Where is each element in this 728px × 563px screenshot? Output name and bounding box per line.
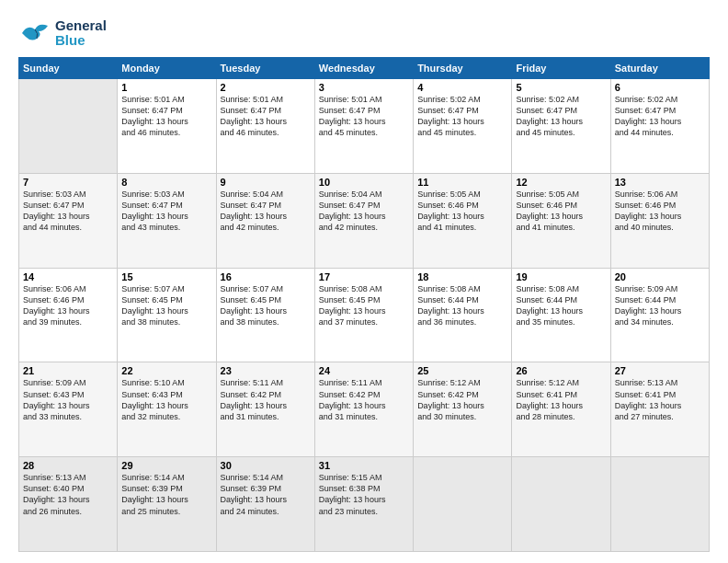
logo: General Blue: [18, 17, 107, 50]
day-cell: 12Sunrise: 5:05 AMSunset: 6:46 PMDayligh…: [512, 173, 610, 268]
day-number: 1: [121, 82, 211, 93]
day-number: 7: [23, 177, 113, 188]
day-number: 8: [121, 177, 211, 188]
day-cell: 5Sunrise: 5:02 AMSunset: 6:47 PMDaylight…: [512, 79, 610, 174]
day-number: 27: [615, 365, 705, 376]
day-cell: 1Sunrise: 5:01 AMSunset: 6:47 PMDaylight…: [118, 79, 216, 174]
page: General Blue SundayMondayTuesdayWednesda…: [0, 0, 728, 563]
day-cell: 24Sunrise: 5:11 AMSunset: 6:42 PMDayligh…: [314, 362, 413, 457]
day-info: Sunrise: 5:01 AMSunset: 6:47 PMDaylight:…: [221, 94, 311, 139]
week-row-1: 1Sunrise: 5:01 AMSunset: 6:47 PMDaylight…: [19, 79, 710, 174]
day-cell: 18Sunrise: 5:08 AMSunset: 6:44 PMDayligh…: [414, 268, 512, 362]
day-number: 19: [516, 271, 606, 282]
day-number: 12: [516, 177, 606, 188]
day-number: 10: [319, 177, 409, 188]
day-number: 29: [121, 460, 211, 471]
week-row-2: 7Sunrise: 5:03 AMSunset: 6:47 PMDaylight…: [19, 173, 710, 268]
day-cell: 17Sunrise: 5:08 AMSunset: 6:45 PMDayligh…: [314, 268, 413, 362]
day-number: 25: [417, 365, 507, 376]
day-info: Sunrise: 5:11 AMSunset: 6:42 PMDaylight:…: [221, 377, 311, 422]
day-number: 5: [516, 82, 606, 93]
day-info: Sunrise: 5:04 AMSunset: 6:47 PMDaylight:…: [221, 189, 311, 234]
day-number: 14: [23, 271, 113, 282]
day-cell: 3Sunrise: 5:01 AMSunset: 6:47 PMDaylight…: [314, 79, 413, 174]
day-cell: 11Sunrise: 5:05 AMSunset: 6:46 PMDayligh…: [414, 173, 512, 268]
weekday-header-sunday: Sunday: [19, 58, 118, 79]
day-cell: 20Sunrise: 5:09 AMSunset: 6:44 PMDayligh…: [610, 268, 709, 362]
week-row-4: 21Sunrise: 5:09 AMSunset: 6:43 PMDayligh…: [19, 362, 710, 457]
day-info: Sunrise: 5:10 AMSunset: 6:43 PMDaylight:…: [121, 377, 211, 422]
day-cell: 15Sunrise: 5:07 AMSunset: 6:45 PMDayligh…: [118, 268, 216, 362]
day-cell: 16Sunrise: 5:07 AMSunset: 6:45 PMDayligh…: [216, 268, 314, 362]
day-info: Sunrise: 5:03 AMSunset: 6:47 PMDaylight:…: [23, 189, 113, 234]
day-info: Sunrise: 5:06 AMSunset: 6:46 PMDaylight:…: [615, 189, 705, 234]
day-info: Sunrise: 5:05 AMSunset: 6:46 PMDaylight:…: [516, 189, 606, 234]
day-number: 26: [516, 365, 606, 376]
day-number: 4: [417, 82, 507, 93]
day-cell: 10Sunrise: 5:04 AMSunset: 6:47 PMDayligh…: [314, 173, 413, 268]
day-cell: 9Sunrise: 5:04 AMSunset: 6:47 PMDaylight…: [216, 173, 314, 268]
day-cell: 28Sunrise: 5:13 AMSunset: 6:40 PMDayligh…: [19, 457, 118, 552]
day-cell: 31Sunrise: 5:15 AMSunset: 6:38 PMDayligh…: [314, 457, 413, 552]
day-cell: 8Sunrise: 5:03 AMSunset: 6:47 PMDaylight…: [118, 173, 216, 268]
day-cell: 23Sunrise: 5:11 AMSunset: 6:42 PMDayligh…: [216, 362, 314, 457]
day-info: Sunrise: 5:02 AMSunset: 6:47 PMDaylight:…: [516, 94, 606, 139]
logo-blue: Blue: [55, 33, 107, 49]
day-info: Sunrise: 5:08 AMSunset: 6:45 PMDaylight:…: [319, 283, 409, 328]
day-number: 17: [319, 271, 409, 282]
day-number: 15: [121, 271, 211, 282]
day-cell: 6Sunrise: 5:02 AMSunset: 6:47 PMDaylight…: [610, 79, 709, 174]
day-number: 31: [319, 460, 409, 471]
weekday-header-tuesday: Tuesday: [216, 58, 314, 79]
day-number: 20: [615, 271, 705, 282]
day-info: Sunrise: 5:01 AMSunset: 6:47 PMDaylight:…: [319, 94, 409, 139]
day-cell: 26Sunrise: 5:12 AMSunset: 6:41 PMDayligh…: [512, 362, 610, 457]
day-number: 6: [615, 82, 705, 93]
day-info: Sunrise: 5:02 AMSunset: 6:47 PMDaylight:…: [615, 94, 705, 139]
day-info: Sunrise: 5:14 AMSunset: 6:39 PMDaylight:…: [121, 472, 211, 517]
week-row-5: 28Sunrise: 5:13 AMSunset: 6:40 PMDayligh…: [19, 457, 710, 552]
day-cell: [610, 457, 709, 552]
day-number: 18: [417, 271, 507, 282]
weekday-header-monday: Monday: [118, 58, 216, 79]
day-number: 16: [221, 271, 311, 282]
day-info: Sunrise: 5:03 AMSunset: 6:47 PMDaylight:…: [121, 189, 211, 234]
day-number: 30: [221, 460, 311, 471]
day-info: Sunrise: 5:07 AMSunset: 6:45 PMDaylight:…: [221, 283, 311, 328]
day-info: Sunrise: 5:12 AMSunset: 6:41 PMDaylight:…: [516, 377, 606, 422]
weekday-header-wednesday: Wednesday: [314, 58, 413, 79]
day-info: Sunrise: 5:15 AMSunset: 6:38 PMDaylight:…: [319, 472, 409, 517]
day-cell: [512, 457, 610, 552]
logo-bird-icon: [18, 17, 51, 50]
day-number: 21: [23, 365, 113, 376]
day-number: 2: [221, 82, 311, 93]
day-cell: 14Sunrise: 5:06 AMSunset: 6:46 PMDayligh…: [19, 268, 118, 362]
weekday-header-saturday: Saturday: [610, 58, 709, 79]
weekday-header-row: SundayMondayTuesdayWednesdayThursdayFrid…: [19, 58, 710, 79]
day-cell: 2Sunrise: 5:01 AMSunset: 6:47 PMDaylight…: [216, 79, 314, 174]
day-number: 11: [417, 177, 507, 188]
week-row-3: 14Sunrise: 5:06 AMSunset: 6:46 PMDayligh…: [19, 268, 710, 362]
day-info: Sunrise: 5:08 AMSunset: 6:44 PMDaylight:…: [417, 283, 507, 328]
day-number: 3: [319, 82, 409, 93]
day-info: Sunrise: 5:06 AMSunset: 6:46 PMDaylight:…: [23, 283, 113, 328]
weekday-header-friday: Friday: [512, 58, 610, 79]
day-info: Sunrise: 5:08 AMSunset: 6:44 PMDaylight:…: [516, 283, 606, 328]
day-number: 24: [319, 365, 409, 376]
day-cell: 30Sunrise: 5:14 AMSunset: 6:39 PMDayligh…: [216, 457, 314, 552]
day-cell: [414, 457, 512, 552]
header: General Blue: [18, 17, 710, 50]
day-info: Sunrise: 5:12 AMSunset: 6:42 PMDaylight:…: [417, 377, 507, 422]
day-info: Sunrise: 5:09 AMSunset: 6:43 PMDaylight:…: [23, 377, 113, 422]
day-info: Sunrise: 5:09 AMSunset: 6:44 PMDaylight:…: [615, 283, 705, 328]
day-cell: 22Sunrise: 5:10 AMSunset: 6:43 PMDayligh…: [118, 362, 216, 457]
day-cell: 4Sunrise: 5:02 AMSunset: 6:47 PMDaylight…: [414, 79, 512, 174]
day-number: 22: [121, 365, 211, 376]
day-cell: 21Sunrise: 5:09 AMSunset: 6:43 PMDayligh…: [19, 362, 118, 457]
day-info: Sunrise: 5:02 AMSunset: 6:47 PMDaylight:…: [417, 94, 507, 139]
calendar-table: SundayMondayTuesdayWednesdayThursdayFrid…: [18, 57, 710, 552]
day-number: 23: [221, 365, 311, 376]
day-number: 28: [23, 460, 113, 471]
day-info: Sunrise: 5:05 AMSunset: 6:46 PMDaylight:…: [417, 189, 507, 234]
day-info: Sunrise: 5:04 AMSunset: 6:47 PMDaylight:…: [319, 189, 409, 234]
